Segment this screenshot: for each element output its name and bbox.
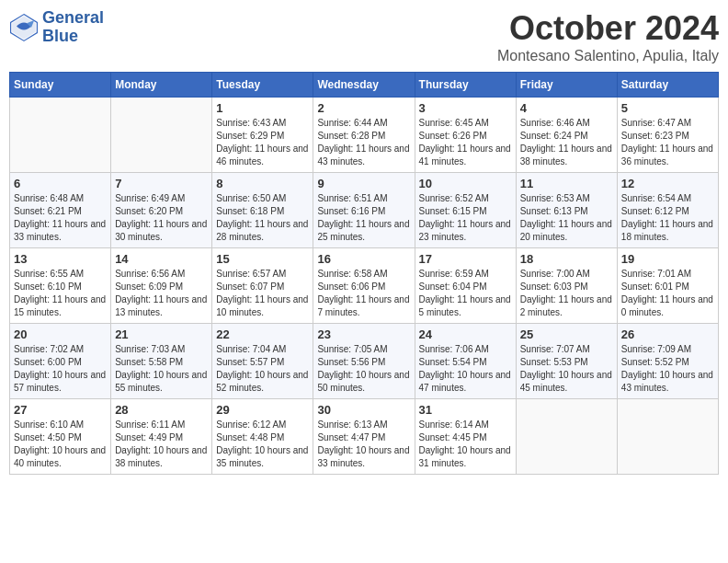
day-info: Sunrise: 6:13 AM Sunset: 4:47 PM Dayligh…: [317, 419, 410, 470]
calendar-cell: 21Sunrise: 7:03 AM Sunset: 5:58 PM Dayli…: [111, 324, 212, 399]
calendar-cell: 31Sunrise: 6:14 AM Sunset: 4:45 PM Dayli…: [415, 399, 516, 475]
day-number: 12: [621, 177, 714, 190]
day-number: 22: [216, 327, 309, 341]
week-row-3: 13Sunrise: 6:55 AM Sunset: 6:10 PM Dayli…: [10, 248, 719, 324]
day-info: Sunrise: 7:02 AM Sunset: 6:00 PM Dayligh…: [14, 343, 107, 395]
calendar-table: SundayMondayTuesdayWednesdayThursdayFrid…: [9, 72, 719, 475]
calendar-cell: 23Sunrise: 7:05 AM Sunset: 5:56 PM Dayli…: [313, 324, 415, 399]
month-title: October 2024: [497, 9, 719, 48]
day-number: 13: [14, 252, 107, 266]
calendar-cell: 13Sunrise: 6:55 AM Sunset: 6:10 PM Dayli…: [10, 248, 111, 324]
calendar-cell: 27Sunrise: 6:10 AM Sunset: 4:50 PM Dayli…: [10, 399, 111, 475]
day-info: Sunrise: 6:44 AM Sunset: 6:28 PM Dayligh…: [317, 117, 410, 168]
day-number: 24: [419, 327, 512, 341]
calendar-cell: 25Sunrise: 7:07 AM Sunset: 5:53 PM Dayli…: [516, 324, 617, 399]
day-number: 2: [317, 101, 410, 115]
day-info: Sunrise: 7:09 AM Sunset: 5:52 PM Dayligh…: [621, 343, 714, 395]
day-info: Sunrise: 6:54 AM Sunset: 6:12 PM Dayligh…: [621, 192, 714, 244]
day-info: Sunrise: 6:52 AM Sunset: 6:15 PM Dayligh…: [419, 192, 512, 244]
day-number: 7: [115, 177, 208, 190]
day-header-wednesday: Wednesday: [313, 73, 415, 98]
day-header-tuesday: Tuesday: [212, 73, 313, 98]
day-info: Sunrise: 6:58 AM Sunset: 6:06 PM Dayligh…: [317, 268, 410, 319]
day-info: Sunrise: 6:10 AM Sunset: 4:50 PM Dayligh…: [14, 419, 107, 470]
calendar-cell: 26Sunrise: 7:09 AM Sunset: 5:52 PM Dayli…: [617, 324, 718, 399]
day-header-saturday: Saturday: [617, 73, 718, 98]
day-number: 1: [216, 101, 309, 115]
week-row-5: 27Sunrise: 6:10 AM Sunset: 4:50 PM Dayli…: [10, 399, 719, 475]
day-header-thursday: Thursday: [415, 73, 516, 98]
day-info: Sunrise: 6:11 AM Sunset: 4:49 PM Dayligh…: [115, 419, 208, 470]
day-number: 21: [115, 327, 208, 341]
day-info: Sunrise: 7:04 AM Sunset: 5:57 PM Dayligh…: [216, 343, 309, 395]
day-info: Sunrise: 6:46 AM Sunset: 6:24 PM Dayligh…: [520, 117, 613, 168]
week-row-1: 1Sunrise: 6:43 AM Sunset: 6:29 PM Daylig…: [10, 98, 719, 173]
day-header-sunday: Sunday: [10, 73, 111, 98]
calendar-cell: 4Sunrise: 6:46 AM Sunset: 6:24 PM Daylig…: [516, 98, 617, 173]
calendar-cell: 12Sunrise: 6:54 AM Sunset: 6:12 PM Dayli…: [617, 173, 718, 248]
header-row: SundayMondayTuesdayWednesdayThursdayFrid…: [10, 73, 719, 98]
day-number: 4: [520, 101, 613, 115]
calendar-cell: 8Sunrise: 6:50 AM Sunset: 6:18 PM Daylig…: [212, 173, 313, 248]
day-number: 29: [216, 403, 309, 417]
day-info: Sunrise: 7:06 AM Sunset: 5:54 PM Dayligh…: [419, 343, 512, 395]
page-header: General Blue October 2024 Montesano Sale…: [9, 9, 719, 64]
day-info: Sunrise: 6:49 AM Sunset: 6:20 PM Dayligh…: [115, 192, 208, 244]
calendar-cell: 16Sunrise: 6:58 AM Sunset: 6:06 PM Dayli…: [313, 248, 415, 324]
day-number: 16: [317, 252, 410, 266]
day-info: Sunrise: 7:07 AM Sunset: 5:53 PM Dayligh…: [520, 343, 613, 395]
logo: General Blue: [9, 9, 104, 46]
calendar-cell: 11Sunrise: 6:53 AM Sunset: 6:13 PM Dayli…: [516, 173, 617, 248]
day-info: Sunrise: 6:47 AM Sunset: 6:23 PM Dayligh…: [621, 117, 714, 168]
day-info: Sunrise: 7:05 AM Sunset: 5:56 PM Dayligh…: [317, 343, 410, 395]
calendar-cell: 19Sunrise: 7:01 AM Sunset: 6:01 PM Dayli…: [617, 248, 718, 324]
calendar-cell: 3Sunrise: 6:45 AM Sunset: 6:26 PM Daylig…: [415, 98, 516, 173]
day-info: Sunrise: 7:03 AM Sunset: 5:58 PM Dayligh…: [115, 343, 208, 395]
day-number: 26: [621, 327, 714, 341]
day-info: Sunrise: 6:14 AM Sunset: 4:45 PM Dayligh…: [419, 419, 512, 470]
day-number: 10: [419, 177, 512, 190]
day-info: Sunrise: 7:00 AM Sunset: 6:03 PM Dayligh…: [520, 268, 613, 319]
calendar-cell: 20Sunrise: 7:02 AM Sunset: 6:00 PM Dayli…: [10, 324, 111, 399]
day-number: 5: [621, 101, 714, 115]
calendar-cell: [516, 399, 617, 475]
day-info: Sunrise: 6:51 AM Sunset: 6:16 PM Dayligh…: [317, 192, 410, 244]
day-number: 6: [14, 177, 107, 190]
logo-text: General Blue: [42, 9, 104, 46]
day-info: Sunrise: 6:53 AM Sunset: 6:13 PM Dayligh…: [520, 192, 613, 244]
week-row-2: 6Sunrise: 6:48 AM Sunset: 6:21 PM Daylig…: [10, 173, 719, 248]
day-number: 30: [317, 403, 410, 417]
calendar-cell: 24Sunrise: 7:06 AM Sunset: 5:54 PM Dayli…: [415, 324, 516, 399]
calendar-cell: 17Sunrise: 6:59 AM Sunset: 6:04 PM Dayli…: [415, 248, 516, 324]
day-number: 14: [115, 252, 208, 266]
calendar-cell: 6Sunrise: 6:48 AM Sunset: 6:21 PM Daylig…: [10, 173, 111, 248]
day-number: 27: [14, 403, 107, 417]
day-info: Sunrise: 6:48 AM Sunset: 6:21 PM Dayligh…: [14, 192, 107, 244]
title-block: October 2024 Montesano Salentino, Apulia…: [497, 9, 719, 64]
day-number: 23: [317, 327, 410, 341]
calendar-cell: 30Sunrise: 6:13 AM Sunset: 4:47 PM Dayli…: [313, 399, 415, 475]
day-info: Sunrise: 6:55 AM Sunset: 6:10 PM Dayligh…: [14, 268, 107, 319]
day-info: Sunrise: 6:12 AM Sunset: 4:48 PM Dayligh…: [216, 419, 309, 470]
day-number: 17: [419, 252, 512, 266]
calendar-cell: 15Sunrise: 6:57 AM Sunset: 6:07 PM Dayli…: [212, 248, 313, 324]
calendar-cell: [10, 98, 111, 173]
day-number: 3: [419, 101, 512, 115]
calendar-cell: 5Sunrise: 6:47 AM Sunset: 6:23 PM Daylig…: [617, 98, 718, 173]
calendar-cell: 2Sunrise: 6:44 AM Sunset: 6:28 PM Daylig…: [313, 98, 415, 173]
day-header-friday: Friday: [516, 73, 617, 98]
day-number: 31: [419, 403, 512, 417]
day-number: 8: [216, 177, 309, 190]
calendar-cell: 7Sunrise: 6:49 AM Sunset: 6:20 PM Daylig…: [111, 173, 212, 248]
calendar-cell: [617, 399, 718, 475]
calendar-cell: 10Sunrise: 6:52 AM Sunset: 6:15 PM Dayli…: [415, 173, 516, 248]
week-row-4: 20Sunrise: 7:02 AM Sunset: 6:00 PM Dayli…: [10, 324, 719, 399]
day-number: 11: [520, 177, 613, 190]
day-number: 15: [216, 252, 309, 266]
day-number: 18: [520, 252, 613, 266]
location-title: Montesano Salentino, Apulia, Italy: [497, 48, 719, 64]
calendar-cell: 9Sunrise: 6:51 AM Sunset: 6:16 PM Daylig…: [313, 173, 415, 248]
day-header-monday: Monday: [111, 73, 212, 98]
calendar-cell: 1Sunrise: 6:43 AM Sunset: 6:29 PM Daylig…: [212, 98, 313, 173]
calendar-cell: 22Sunrise: 7:04 AM Sunset: 5:57 PM Dayli…: [212, 324, 313, 399]
